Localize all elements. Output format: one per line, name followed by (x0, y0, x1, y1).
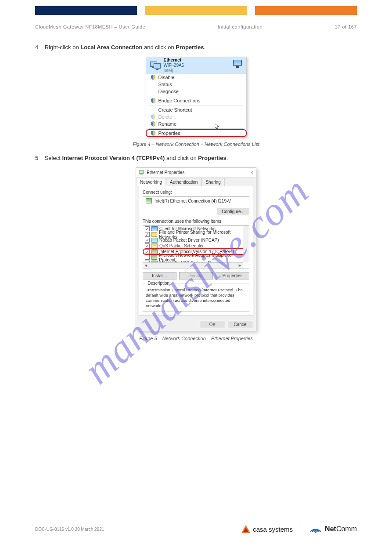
uninstall-button: Uninstall (179, 272, 213, 279)
step-4-bold1: Local Area Connection (80, 44, 142, 51)
qos-icon (151, 243, 158, 248)
net-nic-hint: Intel(... (164, 68, 184, 73)
step-5-text-pre: Select (45, 155, 62, 161)
adapter-name: Intel(R) Ethernet Connection (4) I219-V (155, 199, 231, 203)
menu-create-shortcut[interactable]: Create Shortcut (146, 106, 246, 113)
page-header: CloudMesh Gateway NF18MESH – User Guide … (35, 24, 357, 29)
list-item-label: Npcap Packet Driver (NPCAP) (159, 238, 219, 243)
step-5-bold2: Properties (198, 155, 226, 161)
tab-sharing-label: Sharing (205, 180, 220, 185)
ok-button[interactable]: OK (200, 321, 225, 328)
svg-rect-1 (140, 174, 143, 174)
shield-icon (151, 98, 156, 103)
casa-systems-logo: casa systems (241, 525, 293, 533)
menu-bridge[interactable]: Bridge Connections (146, 97, 246, 104)
items-listbox[interactable]: ✓Client for Microsoft Networks✓File and … (143, 225, 249, 268)
netcomm-comm: Comm (336, 525, 357, 533)
step-5: 5 Select Internet Protocol Version 4 (TC… (35, 155, 357, 161)
menu-delete: Delete (146, 113, 246, 120)
dialog-title: Ethernet Properties (147, 170, 184, 175)
menu-rename-label: Rename (158, 121, 177, 127)
properties-label: Properties (223, 273, 243, 278)
list-item-label: QoS Packet Scheduler (159, 243, 204, 248)
checkbox[interactable]: ✓ (145, 249, 150, 254)
menu-diagnose[interactable]: Diagnose (146, 88, 246, 95)
tab-row: Networking Authentication Sharing (136, 178, 256, 186)
ipv4-icon (151, 249, 158, 254)
footer: DOC-UG-0116 v1.0 30 March 2021 casa syst… (35, 522, 357, 536)
install-label: Install... (152, 273, 167, 278)
tab-panel: Connect using: Intel(R) Ethernet Connect… (139, 186, 253, 316)
menu-disable[interactable]: Disable (146, 74, 246, 81)
checkbox[interactable]: ✓ (145, 232, 150, 237)
context-menu: Disable Status Diagnose Bridge Connectio… (146, 74, 246, 137)
uses-items-label: This connection uses the following items… (143, 219, 249, 224)
checkbox[interactable]: ✓ (145, 243, 150, 248)
step-4: 4 Right-click on Local Area Connection a… (35, 44, 357, 51)
tab-authentication[interactable]: Authentication (166, 178, 201, 186)
step-5-text-mid: and click on (165, 155, 198, 161)
menu-properties[interactable]: Properties (146, 130, 246, 137)
dialog-titlebar: Ethernet Properties × (136, 168, 256, 178)
shield-icon (151, 121, 156, 127)
close-icon[interactable]: × (250, 170, 253, 176)
network-icon (149, 59, 164, 72)
cancel-button[interactable]: Cancel (228, 321, 253, 328)
doc-code: DOC-UG-0116 v1.0 30 March 2021 (35, 527, 104, 532)
checkbox[interactable]: ✓ (145, 238, 150, 243)
shield-icon (151, 114, 156, 120)
menu-separator (149, 105, 244, 105)
tab-auth-label: Authentication (170, 180, 198, 185)
menu-status-label: Status (158, 82, 172, 87)
tab-sharing[interactable]: Sharing (201, 178, 224, 186)
list-item[interactable]: ✓QoS Packet Scheduler (143, 243, 249, 249)
scrollbar-vertical[interactable] (243, 226, 249, 262)
menu-status[interactable]: Status (146, 81, 246, 88)
scrollbar-horizontal[interactable]: ◄► (143, 262, 243, 268)
list-item[interactable]: Microsoft Network Adapter Multiplexor Pr… (143, 254, 249, 260)
configure-label: Configure... (222, 209, 245, 214)
brand-separator (301, 522, 301, 536)
tab-networking-label: Networking (140, 180, 162, 185)
stripe-orange (255, 6, 357, 15)
configure-button[interactable]: Configure... (217, 208, 249, 215)
file-icon (151, 232, 158, 237)
figure-4-caption: Figure 4 – Network Connection – Network … (35, 141, 357, 147)
net-name: Ethernet (164, 58, 184, 63)
step-4-bold2: Properties (176, 44, 204, 51)
menu-rename[interactable]: Rename (146, 120, 246, 127)
casa-triangle-icon (241, 525, 250, 533)
casa-text: casa systems (253, 526, 293, 533)
step-5-num: 5 (35, 155, 43, 161)
install-button[interactable]: Install... (143, 272, 176, 279)
checkbox[interactable]: ✓ (145, 226, 150, 231)
menu-diagnose-label: Diagnose (158, 89, 179, 94)
list-item[interactable]: ✓File and Printer Sharing for Microsoft … (143, 232, 249, 237)
npcap-icon (151, 238, 158, 243)
mux-icon (151, 255, 158, 260)
description-fieldset: Description Transmission Control Protoco… (143, 283, 249, 312)
menu-delete-label: Delete (158, 114, 173, 120)
cancel-label: Cancel (234, 322, 247, 327)
menu-create-shortcut-label: Create Shortcut (158, 107, 192, 112)
scroll-left-icon[interactable]: ◄ (144, 263, 148, 268)
shield-icon (151, 131, 156, 136)
wifi-icon (309, 524, 322, 535)
step-5-bold1: Internet Protocol Version 4 (TCP/IPv4) (62, 155, 165, 161)
menu-properties-label: Properties (158, 131, 180, 136)
menu-separator (149, 96, 244, 96)
network-item-ethernet[interactable]: Ethernet WiFi-29A6 Intel(... (146, 57, 246, 74)
netcomm-net: Net (325, 525, 336, 533)
uninstall-label: Uninstall (187, 273, 204, 278)
screenshot-ethernet-properties: Ethernet Properties × Networking Authent… (136, 167, 256, 331)
scroll-right-icon[interactable]: ► (238, 263, 242, 268)
stripe-yellow (145, 6, 247, 15)
connect-using-label: Connect using: (143, 190, 249, 195)
menu-bridge-label: Bridge Connections (158, 98, 201, 103)
tab-networking[interactable]: Networking (136, 178, 166, 186)
menu-disable-label: Disable (158, 75, 175, 80)
properties-button[interactable]: Properties (216, 272, 249, 279)
page-number: 17 of 167 (335, 24, 357, 29)
description-legend: Description (146, 281, 171, 286)
checkbox[interactable] (145, 255, 150, 260)
